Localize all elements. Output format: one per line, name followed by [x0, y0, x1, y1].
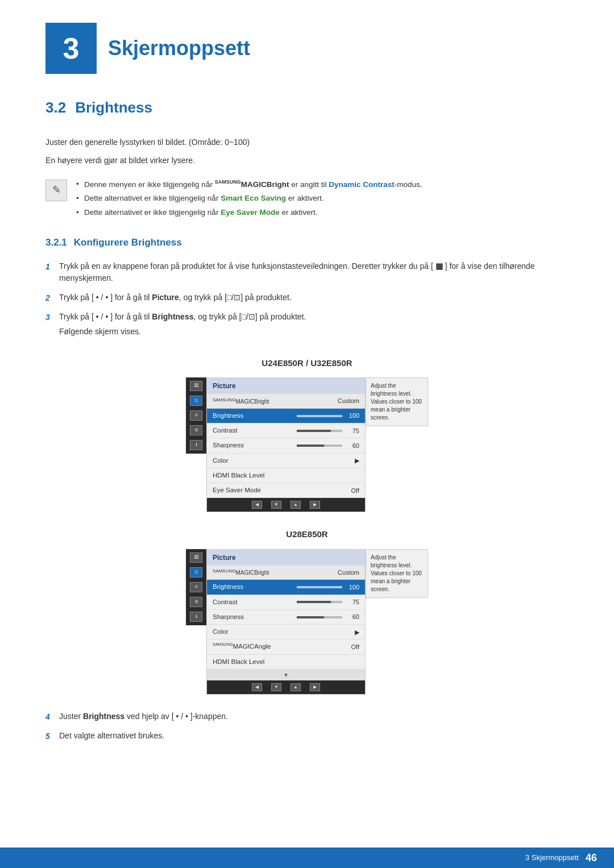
- note-lines: Denne menyen er ikke tilgjengelig når SA…: [76, 178, 569, 221]
- menu-magic-bright-1: SAMSUNGMAGICBright Custom: [207, 394, 365, 409]
- section-title: Brightness: [75, 97, 152, 119]
- monitor-icon-settings: ⚙: [190, 425, 202, 435]
- sharpness-bar-area-1: 60: [297, 441, 359, 451]
- subsection-title: Konfigurere Brightness: [74, 235, 182, 250]
- subsection-number: 3.2.1: [45, 235, 67, 250]
- magic-bright-value-2: Custom: [338, 568, 359, 578]
- contrast-bar-area-1: 75: [297, 426, 359, 436]
- menu-item-color-2: Color ▶: [207, 625, 365, 639]
- menu-item-sharpness-2: Sharpness 60: [207, 610, 365, 625]
- brightness-label-1: Brightness: [213, 411, 243, 421]
- nav-left-2: ◀: [252, 683, 262, 691]
- color-value-2: ▶: [346, 628, 359, 637]
- monitor-icon-info: ℹ: [190, 440, 202, 450]
- nav-up-1: ▲: [291, 501, 301, 509]
- menu-item-contrast-2: Contrast 75: [207, 595, 365, 610]
- brightness-bar-2: [297, 586, 342, 588]
- brightness-value-2: 100: [346, 583, 359, 592]
- step-num-4: 4: [45, 711, 59, 723]
- brightness-label-2: Brightness: [213, 582, 243, 592]
- monitor-icon-active-2: ⊡: [190, 567, 202, 578]
- magicangle-label-2: SAMSUNGMAGICAngle: [213, 642, 271, 651]
- contrast-label-1: Contrast: [213, 426, 237, 435]
- magic-bright-label-1: SAMSUNGMAGICBright: [213, 397, 269, 406]
- sharpness-value-2: 60: [346, 612, 359, 622]
- step-1: 1 Trykk på en av knappene foran på produ…: [45, 260, 569, 285]
- step-text-3: Trykk på [ • / • ] for å gå til Brightne…: [59, 311, 306, 323]
- monitor-tooltip-2: Adjust the brightness level. Values clos…: [366, 549, 428, 598]
- nav-left-1: ◀: [252, 501, 262, 509]
- menu-item-hdmi-1: HDMI Black Level: [207, 468, 365, 483]
- eyesaver-value-1: Off: [346, 486, 359, 496]
- steps-list: 1 Trykk på en av knappene foran på produ…: [45, 260, 569, 341]
- menu-item-brightness-1: Brightness 100: [207, 409, 365, 423]
- color-value-1: ▶: [346, 456, 359, 466]
- pencil-icon: ✎: [45, 180, 67, 201]
- note-block: ✎ Denne menyen er ikke tilgjengelig når …: [45, 178, 569, 221]
- chapter-number-box: 3: [45, 23, 97, 74]
- nav-down-2: ▼: [271, 683, 281, 691]
- menu-item-hdmi-2: HDMI Black Level: [207, 655, 365, 670]
- step-text-2: Trykk på [ • / • ] for å gå til Picture,…: [59, 292, 569, 304]
- monitor-icon-settings-2: ⚙: [190, 597, 202, 607]
- color-label-1: Color: [213, 456, 228, 466]
- magicangle-value-2: Off: [346, 642, 359, 652]
- monitor-icon-image: 🖼: [190, 381, 202, 391]
- sharpness-bar-2: [297, 616, 342, 618]
- magic-bright-value-1: Custom: [338, 396, 359, 406]
- monitor-mockup-1: 🖼 ⊡ ✛ ⚙ ℹ Picture SAMSUNGMAGICBright Cus…: [45, 377, 569, 512]
- step-4: 4 Juster Brightness ved hjelp av [ • / •…: [45, 711, 569, 723]
- nav-up-2: ▲: [291, 683, 301, 691]
- monitor-icon-info-2: ℹ: [190, 612, 202, 622]
- note-line-1: Denne menyen er ikke tilgjengelig når SA…: [76, 178, 569, 190]
- sharpness-label-1: Sharpness: [213, 441, 244, 450]
- menu-item-eyesaver-1: Eye Saver Mode Off: [207, 483, 365, 498]
- contrast-value-2: 75: [346, 597, 359, 607]
- monitor-menu-1: Picture SAMSUNGMAGICBright Custom Bright…: [206, 377, 366, 512]
- intro-text-2: En høyere verdi gjør at bildet virker ly…: [45, 154, 569, 167]
- steps-list-after: 4 Juster Brightness ved hjelp av [ • / •…: [45, 711, 569, 742]
- color-label-2: Color: [213, 627, 228, 637]
- menu-item-magicangle-2: SAMSUNGMAGICAngle Off: [207, 639, 365, 654]
- section-heading: 3.2 Brightness: [45, 97, 569, 119]
- monitor-mockup-2: 🖼 ⊡ ✛ ⚙ ℹ Picture SAMSUNGMAGICBright Cus…: [45, 549, 569, 695]
- chapter-header: 3 Skjermoppsett: [45, 23, 569, 74]
- monitor-icon-image-2: 🖼: [190, 553, 202, 563]
- monitor-icon-move-2: ✛: [190, 582, 202, 592]
- menu-item-sharpness-1: Sharpness 60: [207, 438, 365, 453]
- contrast-bar-area-2: 75: [297, 597, 359, 607]
- contrast-bar-2: [297, 601, 342, 603]
- monitor-tooltip-1: Adjust the brightness level. Values clos…: [366, 377, 428, 426]
- step-text-4: Juster Brightness ved hjelp av [ • / • ]…: [59, 711, 569, 723]
- menu-header-2: Picture: [207, 550, 365, 566]
- note-line-3: Dette alternativet er ikke tilgjengelig …: [76, 207, 569, 219]
- step-subtext-3: Følgende skjerm vises.: [59, 326, 141, 338]
- sharpness-value-1: 60: [346, 441, 359, 451]
- hdmi-label-1: HDMI Black Level: [213, 471, 264, 480]
- step-num-5: 5: [45, 730, 59, 742]
- footer-text: 3 Skjermoppsett: [525, 852, 579, 863]
- subsection-heading: 3.2.1 Konfigurere Brightness: [45, 235, 569, 250]
- note-line-2: Dette alternativet er ikke tilgjengelig …: [76, 193, 569, 205]
- step-num-2: 2: [45, 292, 59, 304]
- monitor-label-2: U28E850R: [45, 528, 569, 541]
- menu-magic-bright-2: SAMSUNGMAGICBright Custom: [207, 566, 365, 580]
- brightness-bar-area-2: 100: [297, 583, 359, 592]
- step-5: 5 Det valgte alternativet brukes.: [45, 730, 569, 742]
- menu-item-brightness-2: Brightness 100: [207, 580, 365, 595]
- menu-header-1: Picture: [207, 378, 365, 394]
- step-text-1: Trykk på en av knappene foran på produkt…: [59, 260, 569, 285]
- page-footer: 3 Skjermoppsett 46: [0, 848, 614, 868]
- chapter-number: 3: [63, 26, 80, 70]
- note-icon: ✎: [45, 180, 67, 201]
- sharpness-bar-1: [297, 445, 342, 447]
- monitor-section-1: U24E850R / U32E850R 🖼 ⊡ ✛ ⚙ ℹ Picture SA…: [45, 357, 569, 513]
- section-number: 3.2: [45, 97, 66, 119]
- menu-nav-bar-2: ◀ ▼ ▲ ▶: [207, 680, 365, 694]
- menu-nav-bar-1: ◀ ▼ ▲ ▶: [207, 498, 365, 512]
- intro-text-1: Juster den generelle lysstyrken til bild…: [45, 136, 569, 148]
- sharpness-label-2: Sharpness: [213, 612, 244, 622]
- magic-bright-label-2: SAMSUNGMAGICBright: [213, 568, 269, 577]
- step-num-1: 1: [45, 260, 59, 273]
- menu-item-color-1: Color ▶: [207, 454, 365, 468]
